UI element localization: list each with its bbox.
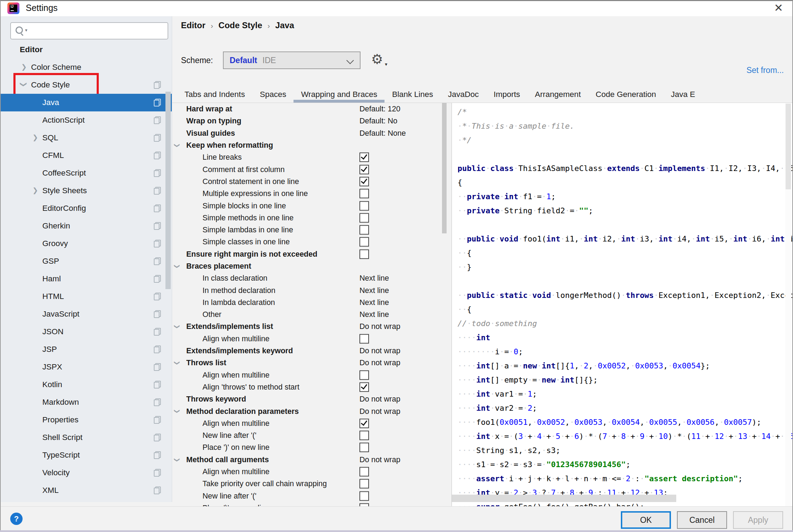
help-icon[interactable]: ? — [10, 513, 23, 525]
tree-item-xml[interactable]: XML — [0, 482, 172, 499]
copy-scheme-icon[interactable] — [154, 99, 161, 106]
checkbox-align-when-multiline[interactable] — [359, 334, 369, 343]
chevron-expanded-icon[interactable]: ❯ — [20, 82, 27, 87]
checkbox-place-on-new-line[interactable] — [359, 443, 369, 452]
copy-scheme-icon[interactable] — [154, 310, 161, 318]
checkbox-comment-at-first-column[interactable] — [359, 165, 369, 174]
copy-scheme-icon[interactable] — [154, 116, 161, 124]
tree-item-actionscript[interactable]: ActionScript — [0, 111, 172, 129]
copy-scheme-icon[interactable] — [154, 169, 161, 177]
tree-item-html[interactable]: HTML — [0, 288, 172, 305]
search-options-caret-icon[interactable]: ▾ — [25, 27, 28, 33]
tree-item-editor[interactable]: Editor — [0, 41, 172, 59]
chevron-collapsed-icon[interactable]: ❯ — [21, 63, 27, 70]
checkbox-take-priority-over-call-chain-wrapping[interactable] — [359, 479, 369, 489]
sidebar-scrollbar-thumb[interactable] — [165, 92, 171, 289]
tree-item-style-sheets[interactable]: ❯Style Sheets — [0, 182, 172, 200]
setting-value[interactable]: Do not wrap — [359, 455, 400, 464]
chevron-collapsed-icon[interactable]: ❯ — [32, 187, 38, 194]
copy-scheme-icon[interactable] — [154, 328, 161, 336]
copy-scheme-icon[interactable] — [154, 152, 161, 159]
checkbox-simple-methods-in-one-line[interactable] — [359, 213, 369, 222]
search-input[interactable] — [33, 24, 161, 37]
copy-scheme-icon[interactable] — [154, 381, 161, 389]
checkbox-align-throws-to-method-start[interactable] — [359, 382, 369, 392]
copy-scheme-icon[interactable] — [154, 469, 161, 477]
code-vertical-scrollbar[interactable] — [785, 103, 791, 507]
setting-value[interactable]: Default: None — [359, 129, 406, 137]
tree-item-groovy[interactable]: Groovy — [0, 235, 172, 252]
tree-item-code-style[interactable]: ❯Code Style — [0, 76, 172, 94]
tree-item-jsp[interactable]: JSP — [0, 341, 172, 358]
code-horizontal-scrollbar[interactable] — [452, 495, 676, 502]
code-vertical-scrollbar-thumb[interactable] — [786, 104, 791, 189]
setting-value[interactable]: Do not wrap — [359, 322, 400, 331]
settings-scrollbar-thumb[interactable] — [442, 103, 447, 233]
setting-value[interactable]: Do not wrap — [359, 407, 400, 416]
tree-item-json[interactable]: JSON — [0, 323, 172, 341]
breadcrumb-editor[interactable]: Editor — [181, 20, 205, 30]
breadcrumb-code-style[interactable]: Code Style — [218, 20, 262, 30]
copy-scheme-icon[interactable] — [154, 293, 161, 300]
tree-item-editorconfig[interactable]: EditorConfig — [0, 200, 172, 217]
apply-button[interactable]: Apply — [733, 511, 783, 529]
checkbox-line-breaks[interactable] — [359, 153, 369, 162]
close-icon[interactable]: ✕ — [774, 1, 783, 14]
scheme-dropdown[interactable]: Default IDE — [223, 51, 361, 69]
tree-item-velocity[interactable]: Velocity — [0, 464, 172, 482]
copy-scheme-icon[interactable] — [154, 363, 161, 371]
tree-item-jspx[interactable]: JSPX — [0, 358, 172, 376]
tab-wrapping-and-braces[interactable]: Wrapping and Braces — [293, 86, 385, 103]
setting-value[interactable]: Next line — [359, 286, 389, 295]
copy-scheme-icon[interactable] — [154, 275, 161, 283]
checkbox-ensure-right-margin-is-not-exceeded[interactable] — [359, 249, 369, 259]
setting-value[interactable]: Default: 120 — [359, 105, 400, 114]
tree-item-coffeescript[interactable]: CoffeeScript — [0, 164, 172, 182]
tree-item-kotlin[interactable]: Kotlin — [0, 376, 172, 393]
tab-arrangement[interactable]: Arrangement — [527, 86, 588, 103]
copy-scheme-icon[interactable] — [154, 346, 161, 353]
tab-blank-lines[interactable]: Blank Lines — [385, 86, 440, 103]
chevron-expanded-icon[interactable]: ❯ — [174, 324, 181, 329]
copy-scheme-icon[interactable] — [154, 416, 161, 424]
checkbox-simple-blocks-in-one-line[interactable] — [359, 201, 369, 210]
copy-scheme-icon[interactable] — [154, 81, 161, 89]
checkbox-new-line-after[interactable] — [359, 431, 369, 440]
checkbox-align-when-multiline[interactable] — [359, 418, 369, 428]
tab-code-generation[interactable]: Code Generation — [588, 86, 663, 103]
tree-item-javascript[interactable]: JavaScript — [0, 305, 172, 323]
tree-item-gsp[interactable]: GSP — [0, 252, 172, 270]
tree-item-properties[interactable]: Properties — [0, 411, 172, 429]
setting-value[interactable]: Next line — [359, 310, 389, 319]
chevron-expanded-icon[interactable]: ❯ — [174, 361, 181, 365]
sidebar-scrollbar[interactable] — [165, 92, 171, 289]
checkbox-new-line-after[interactable] — [359, 491, 369, 501]
copy-scheme-icon[interactable] — [154, 487, 161, 494]
tree-item-haml[interactable]: Haml — [0, 270, 172, 288]
tree-item-sql[interactable]: ❯SQL — [0, 129, 172, 147]
code-preview-pane[interactable]: /*·*·This·is·a·sample·file.·*/public·cla… — [452, 103, 793, 507]
chevron-expanded-icon[interactable]: ❯ — [174, 409, 181, 414]
copy-scheme-icon[interactable] — [154, 451, 161, 459]
copy-scheme-icon[interactable] — [154, 187, 161, 195]
setting-value[interactable]: Default: No — [359, 117, 398, 126]
chevron-collapsed-icon[interactable]: ❯ — [32, 134, 38, 141]
chevron-expanded-icon[interactable]: ❯ — [174, 264, 181, 269]
checkbox-simple-lambdas-in-one-line[interactable] — [359, 225, 369, 235]
checkbox-control-statement-in-one-line[interactable] — [359, 177, 369, 186]
copy-scheme-icon[interactable] — [154, 257, 161, 265]
tab-tabs-and-indents[interactable]: Tabs and Indents — [177, 86, 252, 103]
tree-item-shell-script[interactable]: Shell Script — [0, 429, 172, 446]
tab-javadoc[interactable]: JavaDoc — [441, 86, 486, 103]
ok-button[interactable]: OK — [621, 511, 671, 529]
search-box[interactable]: ▾ — [10, 22, 168, 39]
tree-item-gherkin[interactable]: Gherkin — [0, 217, 172, 235]
chevron-expanded-icon[interactable]: ❯ — [174, 143, 181, 148]
copy-scheme-icon[interactable] — [154, 434, 161, 441]
cancel-button[interactable]: Cancel — [677, 511, 727, 529]
tree-item-java[interactable]: Java — [0, 94, 172, 111]
setting-value[interactable]: Do not wrap — [359, 359, 400, 367]
gear-icon[interactable]: ⚙ — [371, 52, 383, 66]
setting-value[interactable]: Do not wrap — [359, 347, 400, 355]
checkbox-simple-classes-in-one-line[interactable] — [359, 237, 369, 247]
